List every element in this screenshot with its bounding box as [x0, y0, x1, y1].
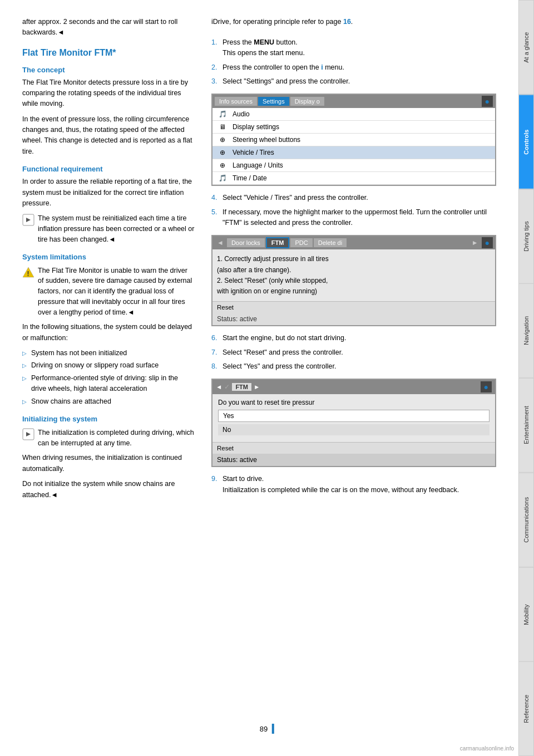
yes-option[interactable]: Yes	[218, 410, 490, 422]
ftm-badge: FTM	[232, 383, 251, 391]
page-bar	[272, 724, 274, 734]
limitations-heading: System limitations	[22, 253, 195, 261]
no-option[interactable]: No	[218, 424, 490, 435]
tab-bar-1: Info sources Settings Display o ●	[212, 95, 495, 108]
step-9-sub: Initialization is completed while the ca…	[222, 486, 459, 494]
note-box-functional: The system must be reinitialized each ti…	[22, 213, 195, 244]
list-item: Performance-oriented style of driving: s…	[22, 373, 195, 395]
time-icon: 🎵	[217, 174, 228, 183]
step-9-list: Start to drive. Initialization is comple…	[211, 474, 496, 495]
warning-box-limitations: ! The Flat Tire Monitor is unable to war…	[22, 266, 195, 318]
menu-bold: MENU	[254, 38, 274, 46]
nav-right-icon[interactable]: ►	[469, 238, 481, 248]
step-1-sub: This opens the start menu.	[222, 49, 305, 57]
menu-audio[interactable]: 🎵 Audio	[212, 108, 495, 121]
step-2: Press the controller to open the i menu.	[211, 62, 496, 73]
sidebar-tab-driving-tips[interactable]: Driving tips	[518, 189, 534, 284]
svg-text:!: !	[27, 270, 29, 278]
warning-text: The Flat Tire Monitor is unable to warn …	[38, 266, 195, 318]
dot-btn-3[interactable]: ●	[481, 381, 492, 392]
page-number-area: 89	[260, 724, 274, 734]
tab-ftm[interactable]: FTM	[266, 237, 290, 248]
note-arrow-icon-2	[22, 428, 34, 440]
warning-triangle-icon: !	[22, 266, 34, 278]
ftm-content: 1. Correctly adjust pressure in all tire…	[212, 249, 495, 301]
reset-row-2: Reset	[212, 442, 495, 454]
steps-4-5: Select "Vehicle / Tires" and press the c…	[211, 193, 496, 228]
ftm-status: Status: active	[212, 313, 495, 325]
reset-label-2[interactable]: Reset	[217, 445, 234, 451]
reset-body: Do you want to reset tire pressur Yes No	[212, 394, 495, 442]
language-icon: ⊕	[217, 161, 228, 170]
steps-6-8: Start the engine, but do not start drivi…	[211, 333, 496, 372]
initializing-heading: Initializing the system	[22, 415, 195, 423]
steering-label: Steering wheel buttons	[233, 136, 300, 144]
sidebar-tab-entertainment[interactable]: Entertainment	[518, 378, 534, 473]
step-6: Start the engine, but do not start drivi…	[211, 333, 496, 343]
menu-list: 🎵 Audio 🖥 Display settings ⊕ Steering wh…	[212, 108, 495, 185]
nav-left-icon[interactable]: ◄	[215, 238, 226, 248]
tab-bar-2: ◄ Door locks FTM PDC Delete di ► ●	[212, 236, 495, 249]
concept-para-2: In the event of pressure loss, the rolli…	[22, 114, 195, 158]
dot-btn-2[interactable]: ●	[482, 237, 493, 248]
tab-pdc[interactable]: PDC	[290, 238, 312, 247]
sidebar-tab-mobility[interactable]: Mobility	[518, 567, 534, 662]
display-label: Display settings	[233, 123, 279, 131]
ftm-line-2: (also after a tire change).	[217, 265, 491, 276]
menu-display-settings[interactable]: 🖥 Display settings	[212, 121, 495, 134]
note-text-initializing: The initialization is completed during d…	[38, 428, 195, 449]
tab-delete-di[interactable]: Delete di	[314, 238, 347, 247]
dot-button[interactable]: ●	[482, 96, 493, 107]
back-arrow[interactable]: ◄	[216, 384, 222, 390]
menu-language[interactable]: ⊕ Language / Units	[212, 159, 495, 172]
flat-tire-heading: Flat Tire Monitor FTM*	[22, 48, 195, 58]
idrive-text2: .	[351, 18, 353, 26]
sidebar-tab-communications[interactable]: Communications	[518, 473, 534, 567]
sidebar-tabs: At a glance Controls Driving tips Naviga…	[518, 0, 534, 756]
sidebar-tab-at-a-glance[interactable]: At a glance	[518, 0, 534, 95]
time-label: Time / Date	[233, 174, 267, 182]
watermark: carmanualsonline.info	[460, 745, 514, 752]
menu-steering[interactable]: ⊕ Steering wheel buttons	[212, 134, 495, 146]
menu-time[interactable]: 🎵 Time / Date	[212, 172, 495, 185]
ftm-reset-row: Reset	[212, 301, 495, 313]
step-8: Select "Yes" and press the controller.	[211, 361, 496, 372]
list-item: System has not been initialized	[22, 348, 195, 359]
ftm-header-bar: ◄ ✓ FTM ► ●	[212, 380, 495, 394]
sidebar-tab-controls[interactable]: Controls	[518, 95, 534, 189]
reset-label[interactable]: Reset	[217, 304, 234, 311]
audio-icon: 🎵	[217, 110, 228, 119]
language-label: Language / Units	[233, 161, 283, 169]
vehicle-icon: ⊕	[217, 148, 228, 157]
tab-info-sources[interactable]: Info sources	[215, 97, 257, 106]
sidebar-tab-navigation[interactable]: Navigation	[518, 283, 534, 378]
tab-settings[interactable]: Settings	[258, 97, 289, 106]
i-menu: i	[321, 63, 323, 71]
steering-icon: ⊕	[217, 135, 228, 144]
right-column: iDrive, for operating principle refer to…	[211, 17, 496, 734]
page-container: after approx. 2 seconds and the car will…	[0, 0, 534, 756]
left-column: after approx. 2 seconds and the car will…	[22, 17, 195, 734]
limitations-para: In the following situations, the system …	[22, 322, 195, 343]
intro-text-right: iDrive, for operating principle refer to…	[211, 17, 496, 27]
ftm-line-1: 1. Correctly adjust pressure in all tire…	[217, 254, 491, 264]
forward-arrow[interactable]: ►	[254, 384, 260, 390]
functional-para: In order to assure the reliable reportin…	[22, 176, 195, 209]
status-row-2: Status: active	[212, 454, 495, 466]
menu-vehicle-tires[interactable]: ⊕ Vehicle / Tires	[212, 146, 495, 159]
audio-label: Audio	[233, 110, 250, 118]
page-number: 89	[260, 725, 268, 733]
settings-screenshot: Info sources Settings Display o ● 🎵 Audi…	[211, 94, 496, 186]
initializing-para-2: Do not initialize the system while snow …	[22, 479, 195, 500]
display-icon: 🖥	[217, 122, 228, 131]
idrive-text: iDrive, for operating principle refer to…	[211, 18, 343, 26]
svg-marker-5	[26, 432, 31, 436]
tab-door-locks[interactable]: Door locks	[227, 238, 265, 247]
vehicle-label: Vehicle / Tires	[233, 149, 274, 156]
concept-heading: The concept	[22, 66, 195, 74]
list-item: Snow chains are attached	[22, 396, 195, 407]
tab-display[interactable]: Display o	[290, 97, 324, 106]
page-number-line: 89	[260, 724, 274, 734]
step-5: If necessary, move the highlight marker …	[211, 207, 496, 229]
sidebar-tab-reference[interactable]: Reference	[518, 661, 534, 756]
